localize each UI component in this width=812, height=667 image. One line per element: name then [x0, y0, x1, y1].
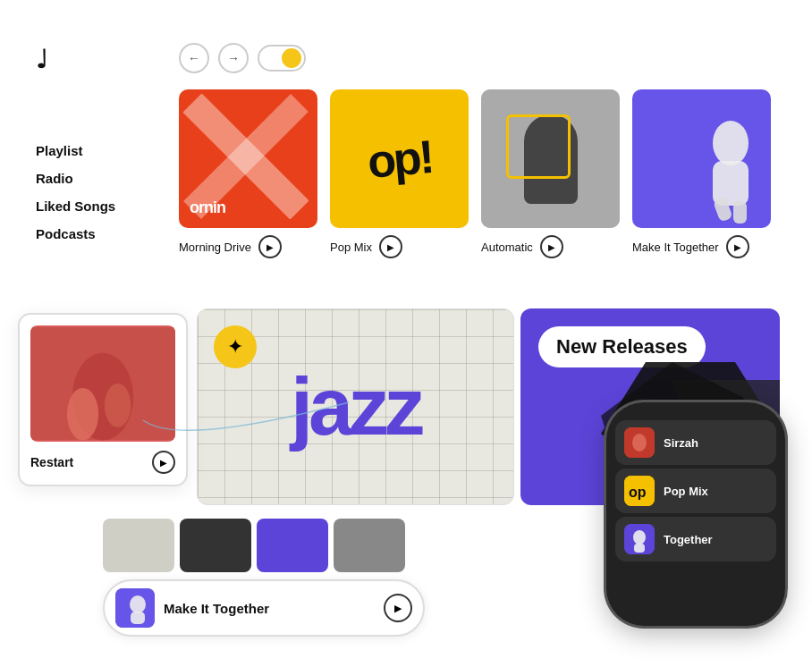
album-title-morning-drive: Morning Drive — [179, 241, 251, 254]
play-button-make-it-together[interactable]: ▶ — [726, 235, 749, 258]
play-button-automatic[interactable]: ▶ — [540, 235, 563, 258]
play-icon: ▶ — [387, 242, 394, 252]
watch-item-together[interactable]: Together — [615, 517, 776, 561]
star-icon: ✦ — [227, 335, 243, 359]
play-icon: ▶ — [394, 603, 402, 614]
sidebar-item-liked-songs[interactable]: Liked Songs — [36, 198, 115, 214]
strip-thumb-1 — [103, 519, 174, 572]
watch-thumb-pop-mix: op — [624, 476, 655, 506]
svg-rect-16 — [131, 612, 145, 624]
morning-drive-art-text: ornin — [190, 198, 225, 217]
sidebar: Playlist Radio Liked Songs Podcasts — [36, 143, 115, 241]
play-icon: ▶ — [266, 242, 274, 252]
jazz-star-icon: ✦ — [214, 325, 257, 368]
album-card-automatic: Automatic ▶ — [481, 89, 620, 258]
jazz-text: jazz — [291, 361, 420, 453]
selection-box — [506, 114, 571, 179]
album-label-automatic: Automatic ▶ — [481, 235, 563, 258]
back-button[interactable]: ← — [179, 43, 209, 73]
svg-point-18 — [632, 434, 647, 452]
toggle-knob — [282, 48, 301, 68]
restart-album-art — [30, 325, 175, 442]
album-title-make-it-together: Make It Together — [632, 241, 719, 254]
album-art-make-it-together[interactable] — [632, 89, 771, 228]
watch-item-sirzah[interactable]: Sirzah — [615, 420, 776, 465]
make-it-together-bar[interactable]: Make It Together ▶ — [103, 579, 425, 637]
make-together-title: Make It Together — [164, 601, 375, 616]
album-label-pop-mix: Pop Mix ▶ — [330, 235, 402, 258]
album-card-make-it-together: Make It Together ▶ — [632, 89, 771, 258]
album-title-pop-mix: Pop Mix — [330, 241, 372, 254]
album-card-morning-drive: ornin Morning Drive ▶ — [179, 89, 317, 258]
album-label-make-it-together: Make It Together ▶ — [632, 235, 749, 258]
apple-watch: Sirzah op Pop Mix Together — [606, 402, 785, 626]
album-art-automatic[interactable] — [481, 89, 620, 228]
watch-item-title-together: Together — [664, 533, 713, 546]
toggle-switch[interactable] — [258, 45, 306, 72]
svg-point-15 — [130, 595, 146, 613]
strip-thumb-3 — [257, 519, 328, 572]
forward-button[interactable]: → — [218, 43, 249, 73]
watch-list: Sirzah op Pop Mix Together — [615, 420, 776, 561]
play-icon: ▶ — [548, 242, 555, 252]
svg-rect-23 — [634, 544, 645, 553]
bottom-thumbnail-strip — [103, 519, 425, 572]
albums-row: ornin Morning Drive ▶ op! Pop Mix ▶ — [179, 89, 771, 258]
play-button-morning-drive[interactable]: ▶ — [258, 235, 282, 258]
pop-mix-art-text: op! — [365, 132, 433, 184]
svg-point-11 — [67, 388, 98, 441]
svg-rect-3 — [713, 161, 749, 206]
jazz-banner[interactable]: ✦ jazz — [197, 308, 514, 505]
music-note-icon: ♩ — [36, 46, 47, 73]
svg-point-12 — [105, 384, 131, 427]
restart-label-row: Restart ▶ — [30, 451, 175, 474]
play-icon: ▶ — [160, 458, 167, 468]
watch-item-title-pop-mix: Pop Mix — [664, 485, 708, 498]
album-art-pop-mix[interactable]: op! — [330, 89, 469, 228]
back-icon: ← — [188, 51, 200, 65]
sidebar-item-podcasts[interactable]: Podcasts — [36, 226, 115, 241]
app-logo: ♩ — [36, 45, 47, 74]
play-button-restart[interactable]: ▶ — [152, 451, 175, 474]
watch-thumb-sirzah — [624, 427, 655, 458]
album-title-automatic: Automatic — [481, 241, 533, 254]
svg-rect-5 — [733, 201, 747, 224]
nav-controls: ← → — [179, 43, 306, 73]
forward-icon: → — [227, 51, 240, 65]
watch-thumb-together — [624, 524, 655, 554]
strip-thumb-2 — [180, 519, 251, 572]
play-button-make-together-bar[interactable]: ▶ — [384, 594, 412, 622]
album-label-morning-drive: Morning Drive ▶ — [179, 235, 282, 258]
svg-text:op: op — [629, 485, 647, 500]
play-icon: ▶ — [734, 242, 741, 252]
svg-point-2 — [713, 121, 749, 165]
sidebar-item-radio[interactable]: Radio — [36, 171, 115, 186]
make-together-thumbnail — [115, 588, 155, 628]
strip-thumb-4 — [334, 519, 405, 572]
album-card-pop-mix: op! Pop Mix ▶ — [330, 89, 469, 258]
restart-card: Restart ▶ — [18, 313, 188, 486]
play-button-pop-mix[interactable]: ▶ — [379, 235, 402, 258]
svg-point-22 — [633, 530, 646, 545]
sidebar-item-playlist[interactable]: Playlist — [36, 143, 115, 158]
album-art-morning-drive[interactable]: ornin — [179, 89, 317, 228]
watch-item-title-sirzah: Sirzah — [664, 436, 698, 450]
watch-item-pop-mix[interactable]: op Pop Mix — [615, 469, 776, 513]
restart-title: Restart — [30, 455, 73, 469]
